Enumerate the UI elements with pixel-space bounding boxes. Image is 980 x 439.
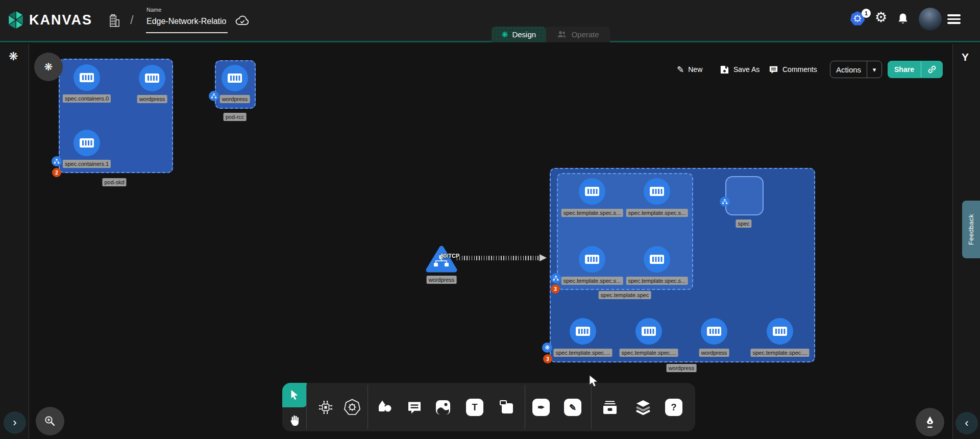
kubernetes-helm-icon [344,399,361,416]
expand-right-panel-button[interactable]: ‹ [955,412,978,434]
kanvas-hexagon-icon [7,9,25,31]
kubernetes-tool-button[interactable] [342,397,362,418]
shapes-tool-button[interactable] [374,397,395,418]
group-spec-template-spec[interactable] [557,173,693,290]
mouse-cursor [588,374,601,391]
container-icon [649,253,665,265]
comment-tool-button[interactable] [404,397,425,418]
ink-pen-button[interactable] [916,408,944,436]
frame-tool-button[interactable] [497,397,517,418]
container-node-template-1[interactable] [644,178,670,205]
image-tool-button[interactable] [433,397,453,418]
hamburger-menu-icon[interactable] [947,14,961,24]
sitemap-icon [722,199,728,205]
container-icon [584,185,600,198]
shapes-icon [376,400,393,415]
brand-name: KANVAS [29,12,92,28]
text-tool-button[interactable]: T [464,397,485,418]
share-button[interactable]: Share [888,61,943,78]
comment-bubble-icon [407,400,422,415]
design-spiral-icon: ❋ [502,31,508,38]
share-label: Share [888,61,921,78]
layers-tool-button[interactable] [633,397,653,418]
expand-left-panel-button[interactable]: › [4,411,26,434]
container-node-template-0[interactable] [579,178,605,205]
container-node-spec-containers-1[interactable] [74,130,100,156]
service-node-wordpress[interactable] [425,244,458,276]
container-node-spec-containers-0[interactable] [74,64,100,91]
left-sidebar: ❋ › [0,44,29,439]
relationship-badge[interactable] [720,197,730,207]
kubernetes-count-badge[interactable]: 1 [862,9,871,18]
spec-node[interactable] [725,176,764,215]
tab-design[interactable]: ❋ Design [492,27,546,42]
actions-button[interactable]: Actions ▾ [830,61,882,78]
comments-label: Comments [782,65,817,74]
settings-gear-icon[interactable]: ⚙ [875,11,887,25]
container-icon [584,253,600,265]
deployment-badge[interactable]: ❋ [542,343,552,353]
node-label: spec.template.spec.s... [626,209,688,217]
count-badge[interactable]: 3 [543,354,552,363]
relationship-badge[interactable] [52,156,62,166]
tab-operate[interactable]: Operate [546,27,610,42]
meshery-spiral-icon[interactable]: ❋ [9,50,18,63]
user-avatar[interactable] [919,8,942,31]
relationship-badge[interactable] [209,91,219,101]
actions-caret-icon[interactable]: ▾ [867,61,881,78]
notifications-bell-icon[interactable] [897,12,909,26]
dock-flower-button[interactable]: ❋ [34,53,63,81]
count-badge[interactable]: 3 [551,284,560,294]
container-icon [575,325,591,337]
container-icon [772,325,788,337]
spiral-badge-icon: ❋ [545,344,550,351]
y-tool-icon[interactable]: Y [962,51,969,63]
pencil-tool-glyph: ✎ [564,399,581,416]
pencil-icon: ✎ [677,64,684,75]
sitemap-icon [553,275,559,281]
edge-arrowhead [540,254,547,261]
toolbar-divider [525,385,525,429]
container-node-wordpress-rcc[interactable] [222,65,248,91]
container-node-template-2[interactable] [579,246,605,273]
edge-service-to-deployment[interactable] [457,256,540,260]
container-icon [641,325,656,337]
container-node-template-3[interactable] [644,246,670,273]
tab-design-label: Design [512,30,536,39]
sitemap-icon [211,93,217,99]
relationship-badge[interactable] [551,273,561,283]
zoom-button[interactable] [36,407,64,435]
feedback-tab[interactable]: Feedback [962,201,980,258]
components-tool-button[interactable] [315,397,336,418]
container-node-deploy-1[interactable] [635,318,662,345]
container-node-deploy-0[interactable] [570,318,596,345]
group-label-spec-template-spec: spec.template.spec [599,291,651,299]
select-tool-button[interactable] [282,383,307,407]
node-label: wordpress [699,349,729,357]
layers-icon [635,400,651,415]
spec-node-label: spec [736,220,751,228]
comments-button[interactable]: Comments [769,62,817,77]
save-as-button[interactable]: Save As [720,62,760,77]
pencil-tool-button[interactable]: ✎ [562,397,583,418]
flower-icon: ❋ [44,61,53,73]
drawer-tool-button[interactable] [600,397,620,418]
pen-tool-button[interactable]: ✒ [531,397,551,418]
save-icon [720,65,729,75]
organization-icon[interactable] [108,13,121,29]
app-header: KANVAS / Name Edge-Network-Relatio [0,0,980,42]
design-name-input[interactable]: Edge-Network-Relatio [146,17,227,26]
pan-tool-button[interactable] [284,411,305,430]
chevron-right-icon: › [13,416,16,429]
help-tool-button[interactable]: ? [664,397,684,418]
container-node-wordpress[interactable] [139,65,165,91]
drawer-icon [602,400,618,415]
copy-link-button[interactable] [921,61,943,78]
new-button[interactable]: ✎ New [677,62,702,77]
container-node-deploy-3[interactable] [767,318,793,345]
container-node-deploy-2[interactable] [701,318,727,345]
count-badge[interactable]: 2 [52,168,61,177]
cursor-arrow-icon [289,389,300,401]
kanvas-logo[interactable]: KANVAS [7,9,92,31]
help-glyph: ? [665,399,682,416]
